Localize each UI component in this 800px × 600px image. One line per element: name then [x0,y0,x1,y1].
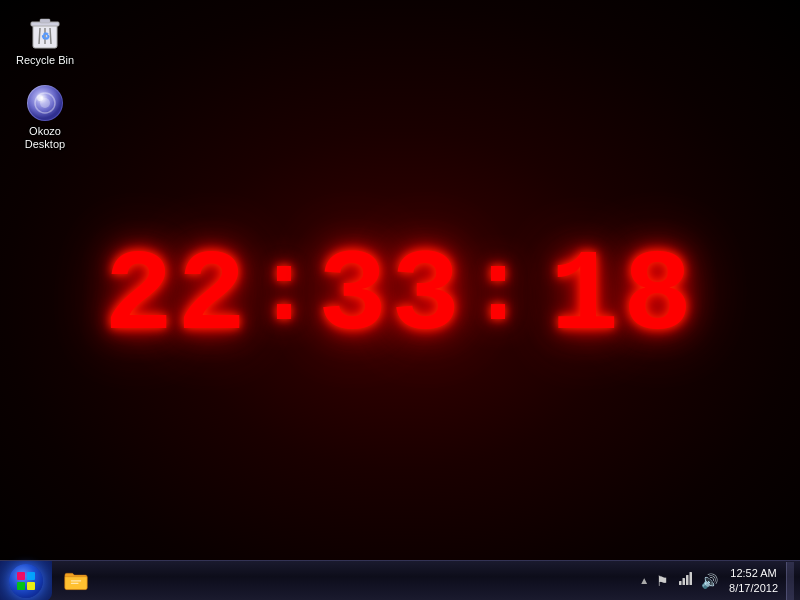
okozo-desktop-icon[interactable]: Okozo Desktop [10,81,80,155]
start-button[interactable] [0,561,52,601]
okozo-desktop-image [27,85,63,121]
svg-rect-2 [40,19,50,23]
show-desktop-button[interactable] [786,562,794,600]
clock-colon-1: : [254,236,314,359]
clock-colon-2: : [468,236,528,359]
desktop-icons: ♻ Recycle Bin [10,10,80,156]
tray-time: 12:52 AM [730,566,776,580]
svg-rect-19 [686,575,689,585]
clock-minutes: 33 [318,246,464,350]
recycle-bin-icon[interactable]: ♻ Recycle Bin [10,10,80,71]
clock-hours: 22 [104,246,250,350]
svg-rect-14 [27,582,35,590]
tray-clock[interactable]: 12:52 AM 8/17/2012 [723,561,784,600]
svg-rect-16 [71,582,79,583]
recycle-bin-label: Recycle Bin [16,54,74,67]
svg-rect-17 [679,581,682,585]
svg-rect-13 [17,582,25,590]
svg-rect-18 [683,578,686,585]
desktop: ♻ Recycle Bin [0,0,800,600]
flag-icon[interactable]: ⚑ [653,571,672,591]
system-tray: ▲ ⚑ 🔊 12:52 AM 8/17/2012 [631,561,800,600]
clock-seconds: 18 [550,246,696,350]
svg-line-5 [50,28,51,44]
recycle-bin-image: ♻ [27,14,63,50]
speaker-icon[interactable]: 🔊 [698,571,721,591]
start-orb [9,564,43,598]
svg-rect-11 [17,572,25,580]
svg-rect-20 [690,572,693,585]
clock-display: 22 : 33 : 18 [104,236,696,359]
taskbar: ▲ ⚑ 🔊 12:52 AM 8/17/2012 [0,560,800,600]
led-clock: 22 : 33 : 18 [104,236,696,359]
svg-point-10 [37,95,43,101]
tray-expand-arrow[interactable]: ▲ [637,573,651,588]
taskbar-explorer-button[interactable] [56,563,96,599]
okozo-label: Okozo Desktop [25,125,65,151]
tray-date: 8/17/2012 [729,581,778,595]
network-icon[interactable] [674,569,696,592]
svg-rect-12 [27,572,35,580]
svg-text:♻: ♻ [41,31,50,42]
svg-rect-15 [71,580,81,581]
taskbar-items [52,561,100,600]
